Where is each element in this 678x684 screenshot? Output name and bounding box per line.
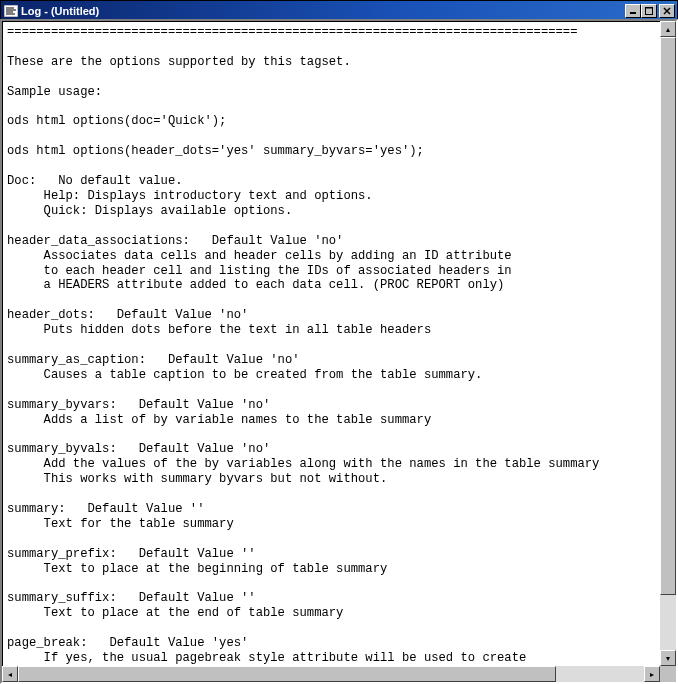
log-line: a HEADERS attribute added to each data c… <box>7 278 504 292</box>
minimize-button[interactable] <box>625 4 641 18</box>
close-button[interactable] <box>659 4 675 18</box>
log-line: ods html options(header_dots='yes' summa… <box>7 144 424 158</box>
log-line: header_dots: Default Value 'no' <box>7 308 248 322</box>
scrollbar-corner <box>660 666 676 682</box>
scroll-left-button[interactable]: ◂ <box>2 666 18 682</box>
log-line: summary_as_caption: Default Value 'no' <box>7 353 300 367</box>
window-title: Log - (Untitled) <box>21 5 625 17</box>
log-line: Associates data cells and header cells b… <box>7 249 512 263</box>
log-line: page_break: Default Value 'yes' <box>7 636 248 650</box>
log-line: Adds a list of by variable names to the … <box>7 413 431 427</box>
svg-rect-0 <box>4 5 18 17</box>
log-content: ========================================… <box>3 22 660 666</box>
log-line: summary_byvars: Default Value 'no' <box>7 398 270 412</box>
log-line: Text to place at the end of table summar… <box>7 606 343 620</box>
log-line: summary_byvals: Default Value 'no' <box>7 442 270 456</box>
log-line: Causes a table caption to be created fro… <box>7 368 482 382</box>
log-line: Text for the table summary <box>7 517 234 531</box>
window-controls <box>625 4 675 18</box>
log-line: These are the options supported by this … <box>7 55 351 69</box>
log-line: Puts hidden dots before the text in all … <box>7 323 431 337</box>
vertical-scroll-thumb[interactable] <box>660 37 676 595</box>
log-line: header_data_associations: Default Value … <box>7 234 343 248</box>
app-icon <box>3 4 18 18</box>
log-line: This works with summary byvars but not w… <box>7 472 387 486</box>
log-line: Text to place at the beginning of table … <box>7 562 387 576</box>
log-line: to each header cell and listing the IDs … <box>7 264 512 278</box>
log-line: Help: Displays introductory text and opt… <box>7 189 373 203</box>
log-line: summary: Default Value '' <box>7 502 204 516</box>
client-area: ========================================… <box>0 19 678 684</box>
horizontal-scroll-thumb[interactable] <box>18 666 556 682</box>
svg-rect-6 <box>646 7 653 14</box>
log-line: Doc: No default value. <box>7 174 183 188</box>
log-line: If yes, the usual pagebreak style attrib… <box>7 651 526 665</box>
log-line: Quick: Displays available options. <box>7 204 292 218</box>
scroll-up-button[interactable]: ▴ <box>660 21 676 37</box>
log-line: ods html options(doc='Quick'); <box>7 114 226 128</box>
vertical-scrollbar[interactable]: ▴ ▾ <box>660 21 676 666</box>
titlebar: Log - (Untitled) <box>1 1 677 20</box>
log-line: summary_prefix: Default Value '' <box>7 547 256 561</box>
log-line: Add the values of the by variables along… <box>7 457 599 471</box>
scroll-right-button[interactable]: ▸ <box>644 666 660 682</box>
scroll-down-button[interactable]: ▾ <box>660 650 676 666</box>
log-viewport: ========================================… <box>2 21 660 666</box>
maximize-button[interactable] <box>641 4 657 18</box>
log-line: ========================================… <box>7 25 577 39</box>
log-line: summary_suffix: Default Value '' <box>7 591 256 605</box>
horizontal-scrollbar[interactable]: ◂ ▸ <box>2 666 660 682</box>
log-line: Sample usage: <box>7 85 102 99</box>
